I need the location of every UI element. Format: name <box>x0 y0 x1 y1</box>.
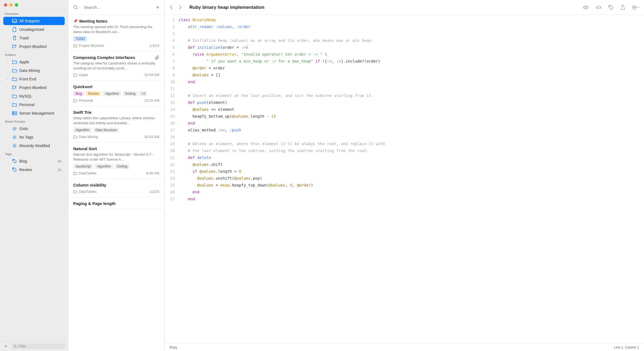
nav-folder-apple[interactable]: › Apple <box>3 58 65 66</box>
nav-trash[interactable]: Trash <box>3 34 65 42</box>
nav-tag-blog[interactable]: Blog 49 <box>3 157 65 165</box>
server-icon <box>12 111 17 116</box>
tag-chip[interactable]: Algorithm <box>73 128 92 133</box>
tag-chip[interactable]: TODO <box>73 36 87 41</box>
nav-tag-review[interactable]: Review 29 <box>3 166 65 174</box>
nav-folder-server[interactable]: Server Management <box>3 109 65 117</box>
nav-all-snippets[interactable]: All Snippets <box>3 17 65 25</box>
tag-chip[interactable]: Sorting <box>123 91 138 96</box>
section-smart: Smart Groups <box>0 118 68 124</box>
snippet-item[interactable]: Paging & Page length <box>68 197 164 209</box>
snippet-title: Column visibility <box>73 183 159 187</box>
chevron-right-icon[interactable]: › <box>7 61 10 64</box>
snippet-time: 10:54 AM <box>144 73 159 77</box>
nav-folder-mysql[interactable]: MySQL <box>3 92 65 100</box>
tag-chip[interactable]: Review <box>86 91 101 96</box>
close-window[interactable] <box>4 3 7 7</box>
tag-chip[interactable]: Algorithm <box>103 91 121 96</box>
filter-icon <box>14 345 17 348</box>
snippet-preview: Deep within the Labyrinthine Library, wh… <box>73 116 159 125</box>
svg-point-12 <box>585 7 587 8</box>
snippet-time: 10:03 AM <box>144 135 159 139</box>
tag-icon[interactable] <box>608 5 614 10</box>
snippet-folder: DataTables <box>73 190 97 194</box>
svg-point-9 <box>13 168 14 169</box>
more-icon[interactable] <box>632 5 639 10</box>
svg-point-8 <box>13 160 14 160</box>
filter-input[interactable]: Filter <box>12 344 65 349</box>
pin-icon: 📌 <box>73 19 78 23</box>
add-button[interactable]: + <box>3 343 9 349</box>
tag-icon <box>12 159 17 164</box>
svg-point-17 <box>635 7 635 8</box>
snippet-title: Swift Trie <box>73 110 159 115</box>
tag-chip[interactable]: Sorting <box>115 164 130 169</box>
trash-icon <box>12 36 17 40</box>
tag-chip[interactable]: JavaScript <box>73 164 93 169</box>
snippet-title: Paging & Page length <box>73 201 159 206</box>
snippet-item[interactable]: Swift TrieDeep within the Labyrinthine L… <box>68 106 164 142</box>
tag-chip[interactable]: +2 <box>139 91 148 96</box>
nav-forward-button[interactable] <box>178 5 182 10</box>
nav-folder-personal[interactable]: Personal <box>3 101 65 109</box>
section-folders: Folders <box>0 51 68 58</box>
tag-chip[interactable]: Algorithm <box>95 164 113 169</box>
nav-back-button[interactable] <box>170 5 173 10</box>
nav-uncategorized[interactable]: Uncategorized <box>3 25 65 34</box>
folder-icon <box>12 102 17 107</box>
new-snippet-button[interactable]: + <box>156 4 159 11</box>
svg-point-6 <box>14 136 15 138</box>
section-tags: Tags <box>0 150 68 157</box>
tag-icon <box>12 167 17 172</box>
search-input[interactable] <box>84 5 153 10</box>
code-editor[interactable]: 1234567891011121314151617181920212223242… <box>165 15 644 343</box>
nav-fav-bluebird[interactable]: Project Bluebird <box>3 42 65 51</box>
nav-smart-recent[interactable]: Recently Modified <box>3 142 65 150</box>
nav-smart-gists[interactable]: Gists <box>3 125 65 133</box>
snippet-title: Meeting Notes <box>79 19 159 23</box>
section-favorites: Favorites <box>0 10 68 17</box>
minimize-window[interactable] <box>9 3 13 7</box>
snippet-preview: The category view for Landmarks shows a … <box>73 61 159 71</box>
editor-title[interactable]: Ruby binary heap implementation <box>189 5 578 10</box>
snippet-time: 1/2/24 <box>149 190 159 194</box>
snippet-item[interactable]: Column visibility DataTables1/2/24 <box>68 179 164 197</box>
fullscreen-window[interactable] <box>15 3 18 7</box>
window-controls <box>0 0 68 10</box>
chevron-right-icon[interactable]: › <box>7 78 10 81</box>
snippet-title: Quicksort <box>73 84 159 89</box>
snippet-folder: Data Mining <box>73 135 98 139</box>
snippet-title: Natural Sort <box>73 146 159 151</box>
preview-icon[interactable] <box>583 5 589 10</box>
snippet-item[interactable]: 📌Meeting NotesThe meeting opened with Dr… <box>68 15 164 51</box>
tag-chip[interactable]: Blog <box>73 91 84 96</box>
folder-icon <box>12 60 17 64</box>
tag-chip[interactable]: Data Structure <box>93 128 119 133</box>
svg-point-13 <box>610 6 610 6</box>
snippet-item[interactable]: Natural SortNatural Sort algorithm for J… <box>68 142 164 179</box>
nav-smart-notags[interactable]: No Tags <box>3 133 65 141</box>
snippet-time: 9:46 AM <box>146 171 159 175</box>
svg-point-15 <box>633 7 634 8</box>
snippet-item[interactable]: Composing Complex InterfacesThe category… <box>68 51 164 80</box>
nav-folder-bluebird[interactable]: › Project Bluebird <box>3 83 65 92</box>
snippet-item[interactable]: QuicksortBlogReviewAlgorithmSorting+2 Pe… <box>68 80 164 106</box>
sidebar: Favorites All Snippets Uncategorized Tra… <box>0 0 68 351</box>
snippet-time: 10:25 AM <box>144 98 159 102</box>
nav-folder-frontend[interactable]: › Front End <box>3 75 65 83</box>
share-icon[interactable] <box>620 5 625 10</box>
tray-icon <box>12 18 17 23</box>
gear-icon <box>12 135 17 140</box>
svg-point-3 <box>13 112 13 112</box>
editor-pane: Ruby binary heap implementation 12345678… <box>165 0 644 351</box>
language-selector[interactable]: Ruby <box>170 345 177 349</box>
code-icon[interactable] <box>596 5 602 10</box>
folder-icon <box>12 77 17 82</box>
gear-icon <box>12 126 17 131</box>
search-icon: ⌄ <box>73 5 81 10</box>
snippet-folder: Project Bluebird <box>73 44 104 48</box>
bird-icon <box>12 44 17 49</box>
nav-folder-datamining[interactable]: Data Mining <box>3 66 65 75</box>
chevron-right-icon[interactable]: › <box>7 86 10 89</box>
gear-icon <box>12 143 17 148</box>
